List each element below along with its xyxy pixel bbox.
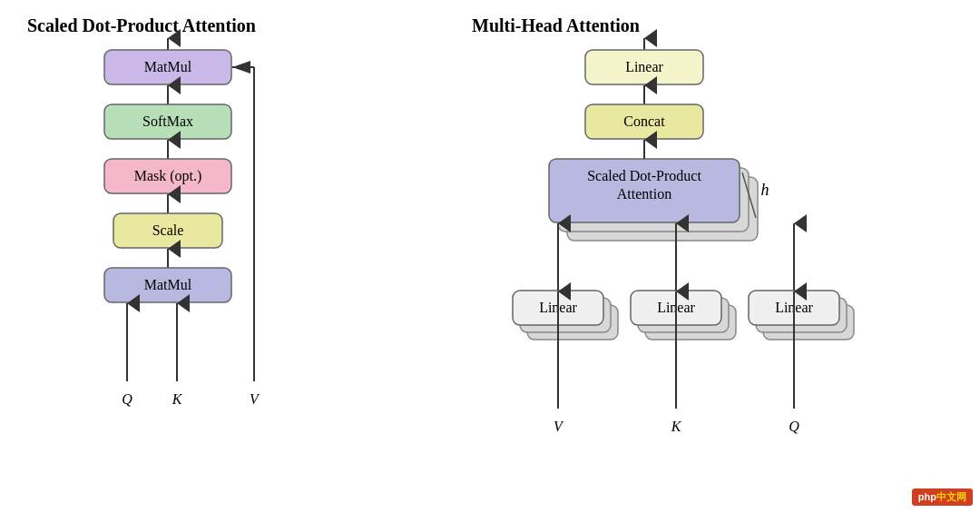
svg-text:MatMul: MatMul bbox=[144, 59, 192, 74]
right-diagram-svg: Multi-Head AttentionLinearConcatScaled D… bbox=[454, 0, 944, 504]
svg-text:Scaled Dot-Product: Scaled Dot-Product bbox=[587, 168, 701, 183]
svg-text:Scale: Scale bbox=[152, 222, 184, 238]
svg-text:Q: Q bbox=[789, 419, 799, 434]
svg-text:Mask (opt.): Mask (opt.) bbox=[134, 168, 202, 184]
svg-text:Concat: Concat bbox=[623, 113, 665, 129]
svg-text:Linear: Linear bbox=[625, 59, 663, 74]
svg-text:V: V bbox=[554, 419, 564, 434]
main-container: Scaled Dot-Product AttentionMatMulSoftMa… bbox=[0, 0, 980, 513]
svg-text:MatMul: MatMul bbox=[144, 277, 192, 292]
svg-text:K: K bbox=[172, 391, 183, 407]
svg-text:Scaled Dot-Product Attention: Scaled Dot-Product Attention bbox=[27, 15, 256, 35]
svg-text:SoftMax: SoftMax bbox=[142, 113, 193, 129]
svg-text:Multi-Head Attention: Multi-Head Attention bbox=[472, 15, 640, 35]
left-diagram-svg: Scaled Dot-Product AttentionMatMulSoftMa… bbox=[0, 0, 417, 504]
svg-text:K: K bbox=[671, 419, 682, 434]
php-badge: php中文网 bbox=[912, 488, 973, 506]
svg-text:h: h bbox=[761, 181, 769, 199]
svg-text:Attention: Attention bbox=[617, 186, 671, 202]
svg-text:Q: Q bbox=[122, 391, 132, 407]
svg-text:V: V bbox=[250, 391, 260, 407]
